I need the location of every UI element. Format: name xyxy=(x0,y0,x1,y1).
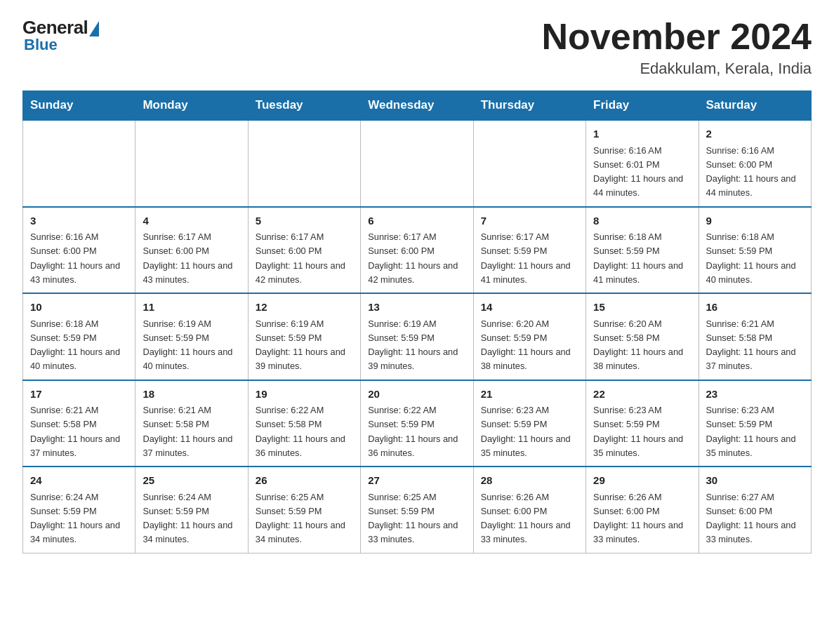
calendar-cell: 18Sunrise: 6:21 AM Sunset: 5:58 PM Dayli… xyxy=(135,380,248,467)
day-number: 8 xyxy=(593,213,691,229)
day-number: 7 xyxy=(481,213,578,229)
day-info: Sunrise: 6:18 AM Sunset: 5:59 PM Dayligh… xyxy=(706,232,796,285)
day-info: Sunrise: 6:18 AM Sunset: 5:59 PM Dayligh… xyxy=(30,318,120,372)
day-number: 28 xyxy=(481,473,578,489)
day-info: Sunrise: 6:23 AM Sunset: 5:59 PM Dayligh… xyxy=(481,405,571,458)
day-number: 27 xyxy=(368,473,465,489)
day-info: Sunrise: 6:27 AM Sunset: 6:00 PM Dayligh… xyxy=(706,492,796,545)
day-number: 22 xyxy=(593,387,691,403)
day-info: Sunrise: 6:19 AM Sunset: 5:59 PM Dayligh… xyxy=(368,318,458,372)
calendar-header-sunday: Sunday xyxy=(23,91,135,121)
logo: General Blue xyxy=(22,17,99,54)
calendar-cell: 4Sunrise: 6:17 AM Sunset: 6:00 PM Daylig… xyxy=(135,207,248,294)
calendar-cell: 26Sunrise: 6:25 AM Sunset: 5:59 PM Dayli… xyxy=(248,467,360,553)
calendar-cell: 17Sunrise: 6:21 AM Sunset: 5:58 PM Dayli… xyxy=(23,380,135,467)
day-number: 30 xyxy=(706,473,804,489)
day-number: 10 xyxy=(30,300,128,316)
day-number: 20 xyxy=(368,387,465,403)
day-info: Sunrise: 6:19 AM Sunset: 5:59 PM Dayligh… xyxy=(256,318,345,372)
week-row-2: 3Sunrise: 6:16 AM Sunset: 6:00 PM Daylig… xyxy=(23,207,812,294)
day-number: 4 xyxy=(143,213,240,229)
day-info: Sunrise: 6:16 AM Sunset: 6:00 PM Dayligh… xyxy=(30,232,120,285)
logo-arrow-icon xyxy=(89,21,99,36)
day-number: 29 xyxy=(593,473,691,489)
calendar-cell: 9Sunrise: 6:18 AM Sunset: 5:59 PM Daylig… xyxy=(699,207,811,294)
day-info: Sunrise: 6:24 AM Sunset: 5:59 PM Dayligh… xyxy=(143,492,232,545)
title-area: November 2024 Edakkulam, Kerala, India xyxy=(542,17,812,78)
day-number: 6 xyxy=(368,213,465,229)
calendar-cell: 19Sunrise: 6:22 AM Sunset: 5:58 PM Dayli… xyxy=(248,380,360,467)
day-number: 5 xyxy=(256,213,353,229)
day-number: 25 xyxy=(143,473,240,489)
day-info: Sunrise: 6:17 AM Sunset: 6:00 PM Dayligh… xyxy=(143,232,232,285)
day-info: Sunrise: 6:21 AM Sunset: 5:58 PM Dayligh… xyxy=(143,405,232,458)
day-number: 11 xyxy=(143,300,240,316)
month-title: November 2024 xyxy=(542,17,812,57)
calendar-cell: 7Sunrise: 6:17 AM Sunset: 5:59 PM Daylig… xyxy=(473,207,585,294)
week-row-3: 10Sunrise: 6:18 AM Sunset: 5:59 PM Dayli… xyxy=(23,293,812,380)
week-row-4: 17Sunrise: 6:21 AM Sunset: 5:58 PM Dayli… xyxy=(23,380,812,467)
day-number: 16 xyxy=(706,300,804,316)
day-info: Sunrise: 6:17 AM Sunset: 5:59 PM Dayligh… xyxy=(481,232,571,285)
calendar-cell: 20Sunrise: 6:22 AM Sunset: 5:59 PM Dayli… xyxy=(361,380,473,467)
calendar-cell: 10Sunrise: 6:18 AM Sunset: 5:59 PM Dayli… xyxy=(23,293,135,380)
calendar-cell: 28Sunrise: 6:26 AM Sunset: 6:00 PM Dayli… xyxy=(473,467,585,553)
calendar-header-row: SundayMondayTuesdayWednesdayThursdayFrid… xyxy=(23,91,812,121)
day-info: Sunrise: 6:21 AM Sunset: 5:58 PM Dayligh… xyxy=(30,405,120,458)
day-number: 12 xyxy=(256,300,353,316)
calendar-cell: 30Sunrise: 6:27 AM Sunset: 6:00 PM Dayli… xyxy=(699,467,811,553)
calendar-cell: 13Sunrise: 6:19 AM Sunset: 5:59 PM Dayli… xyxy=(361,293,473,380)
day-info: Sunrise: 6:26 AM Sunset: 6:00 PM Dayligh… xyxy=(481,492,571,545)
week-row-5: 24Sunrise: 6:24 AM Sunset: 5:59 PM Dayli… xyxy=(23,467,812,553)
calendar-header-tuesday: Tuesday xyxy=(248,91,360,121)
calendar-cell: 11Sunrise: 6:19 AM Sunset: 5:59 PM Dayli… xyxy=(135,293,248,380)
calendar-cell: 2Sunrise: 6:16 AM Sunset: 6:00 PM Daylig… xyxy=(699,120,811,207)
day-info: Sunrise: 6:20 AM Sunset: 5:59 PM Dayligh… xyxy=(481,318,571,372)
calendar-cell: 25Sunrise: 6:24 AM Sunset: 5:59 PM Dayli… xyxy=(135,467,248,553)
day-info: Sunrise: 6:25 AM Sunset: 5:59 PM Dayligh… xyxy=(256,492,345,545)
calendar-cell xyxy=(361,120,473,207)
day-number: 23 xyxy=(706,387,804,403)
calendar-cell: 24Sunrise: 6:24 AM Sunset: 5:59 PM Dayli… xyxy=(23,467,135,553)
calendar-cell xyxy=(23,120,135,207)
calendar-header-thursday: Thursday xyxy=(473,91,585,121)
location-text: Edakkulam, Kerala, India xyxy=(542,60,812,78)
calendar-header-saturday: Saturday xyxy=(699,91,811,121)
page-header: General Blue November 2024 Edakkulam, Ke… xyxy=(22,17,812,78)
calendar-cell: 27Sunrise: 6:25 AM Sunset: 5:59 PM Dayli… xyxy=(361,467,473,553)
day-number: 3 xyxy=(30,213,128,229)
day-number: 1 xyxy=(593,126,691,142)
day-info: Sunrise: 6:26 AM Sunset: 6:00 PM Dayligh… xyxy=(593,492,683,545)
calendar-header-wednesday: Wednesday xyxy=(361,91,473,121)
calendar-header-friday: Friday xyxy=(586,91,699,121)
calendar-cell: 16Sunrise: 6:21 AM Sunset: 5:58 PM Dayli… xyxy=(699,293,811,380)
day-info: Sunrise: 6:24 AM Sunset: 5:59 PM Dayligh… xyxy=(30,492,120,545)
day-info: Sunrise: 6:23 AM Sunset: 5:59 PM Dayligh… xyxy=(593,405,683,458)
day-info: Sunrise: 6:17 AM Sunset: 6:00 PM Dayligh… xyxy=(256,232,345,285)
calendar-cell: 12Sunrise: 6:19 AM Sunset: 5:59 PM Dayli… xyxy=(248,293,360,380)
calendar-cell: 29Sunrise: 6:26 AM Sunset: 6:00 PM Dayli… xyxy=(586,467,699,553)
day-number: 15 xyxy=(593,300,691,316)
day-info: Sunrise: 6:16 AM Sunset: 6:01 PM Dayligh… xyxy=(593,145,683,199)
calendar-cell xyxy=(248,120,360,207)
day-number: 13 xyxy=(368,300,465,316)
calendar-cell: 14Sunrise: 6:20 AM Sunset: 5:59 PM Dayli… xyxy=(473,293,585,380)
calendar-table: SundayMondayTuesdayWednesdayThursdayFrid… xyxy=(22,90,812,554)
day-info: Sunrise: 6:20 AM Sunset: 5:58 PM Dayligh… xyxy=(593,318,683,372)
calendar-header-monday: Monday xyxy=(135,91,248,121)
calendar-cell: 21Sunrise: 6:23 AM Sunset: 5:59 PM Dayli… xyxy=(473,380,585,467)
day-number: 2 xyxy=(706,126,804,142)
calendar-cell xyxy=(135,120,248,207)
calendar-cell xyxy=(473,120,585,207)
day-info: Sunrise: 6:16 AM Sunset: 6:00 PM Dayligh… xyxy=(706,145,796,199)
day-info: Sunrise: 6:21 AM Sunset: 5:58 PM Dayligh… xyxy=(706,318,796,372)
calendar-cell: 1Sunrise: 6:16 AM Sunset: 6:01 PM Daylig… xyxy=(586,120,699,207)
day-number: 24 xyxy=(30,473,128,489)
day-info: Sunrise: 6:19 AM Sunset: 5:59 PM Dayligh… xyxy=(143,318,232,372)
day-info: Sunrise: 6:22 AM Sunset: 5:59 PM Dayligh… xyxy=(368,405,458,458)
week-row-1: 1Sunrise: 6:16 AM Sunset: 6:01 PM Daylig… xyxy=(23,120,812,207)
day-info: Sunrise: 6:17 AM Sunset: 6:00 PM Dayligh… xyxy=(368,232,458,285)
day-info: Sunrise: 6:23 AM Sunset: 5:59 PM Dayligh… xyxy=(706,405,796,458)
logo-blue-text: Blue xyxy=(24,36,58,54)
day-number: 21 xyxy=(481,387,578,403)
